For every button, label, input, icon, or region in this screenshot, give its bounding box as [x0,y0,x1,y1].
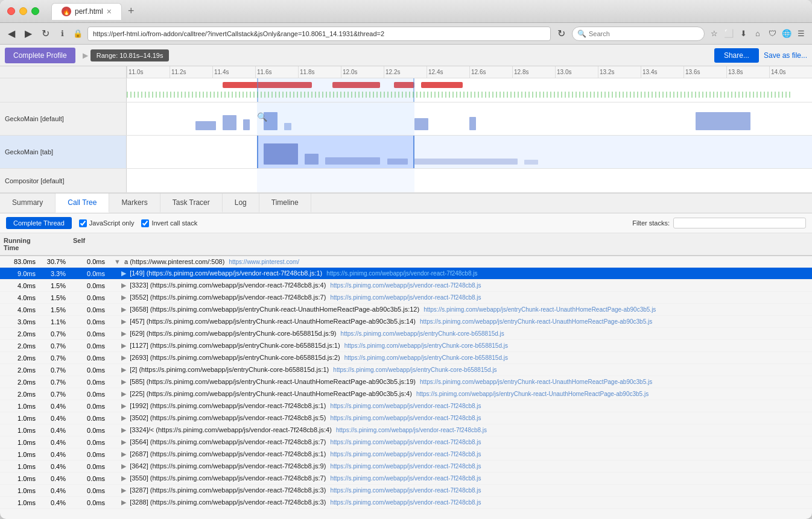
back-button[interactable]: ◀ [5,27,18,40]
cell-self: 0.0ms [69,438,109,447]
menu-icon[interactable]: ☰ [795,28,807,40]
activity-content[interactable] [127,78,812,102]
forward-button[interactable]: ▶ [22,27,35,40]
table-row[interactable]: 1.0ms 0.4% 0.0ms ▶ [3324]/< (https://s.p… [0,424,812,436]
invert-stack-label: Invert call stack [151,219,197,227]
gecko-main-tab-content[interactable] [127,136,812,168]
gecko-main-tab-track[interactable]: GeckoMain [tab] [0,136,812,169]
home-icon[interactable]: ⌂ [752,28,764,40]
selection-overlay [257,78,414,102]
cell-running-pct: 1.5% [39,294,69,302]
cell-self: 0.0ms [69,366,109,374]
browser-tab[interactable]: 🔥 perf.html × [51,3,122,20]
cell-running-ms: 2.0ms [0,354,39,362]
flame-2 [223,115,236,130]
maximize-button[interactable] [31,7,39,15]
js-only-checkbox-label[interactable]: JavaScript only [79,219,135,227]
cell-self: 0.0ms [69,318,109,326]
download-icon[interactable]: ⬇ [737,28,749,40]
range-badge[interactable]: Range: 10.81s–14.19s [90,49,170,61]
gecko-main-default-track[interactable]: GeckoMain [default] 🔍 [0,102,812,136]
cell-running-ms: 2.0ms [0,366,39,374]
compositor-track[interactable]: Compositor [default] [0,169,812,193]
cell-name: ▶ [225] (https://s.pinimg.com/webapp/js/… [109,389,812,398]
table-row[interactable]: 2.0ms 0.7% 0.0ms ▶ [629] (https://s.pini… [0,328,812,340]
share-button[interactable]: Share... [714,48,759,63]
table-row[interactable]: 3.0ms 1.1% 0.0ms ▶ [457] (https://s.pini… [0,316,812,328]
compositor-content[interactable] [127,169,812,192]
minimize-button[interactable] [19,7,27,15]
time-ruler: 11.0s 11.2s 11.4s 11.6s 11.8s 12.0s 12.2… [0,66,812,78]
tab-markers[interactable]: Markers [109,193,160,213]
table-row[interactable]: 1.0ms 0.4% 0.0ms ▶ [1992] (https://s.pin… [0,400,812,412]
tab-log[interactable]: Log [223,193,259,213]
shield-icon[interactable]: 🛡 [766,28,778,40]
cell-name: ▶ [3324]/< (https://s.pinimg.com/webapp/… [109,426,812,435]
account-icon[interactable]: ⬜ [723,28,735,40]
table-row[interactable]: 2.0ms 0.7% 0.0ms ▶ [2] (https://s.pinimg… [0,364,812,376]
table-row[interactable]: 2.0ms 0.7% 0.0ms ▶ [585] (https://s.pini… [0,376,812,388]
search-box[interactable]: 🔍 [572,27,705,41]
time-mark-5: 12.0s [341,66,384,78]
tab-flame-6 [524,160,538,165]
profiler-toolbar: Complete Profile ▶ Range: 10.81s–14.19s … [0,45,812,66]
invert-stack-checkbox-label[interactable]: Invert call stack [141,219,197,227]
search-input[interactable] [589,30,699,37]
table-row[interactable]: 1.0ms 0.4% 0.0ms ▶ [3502] (https://s.pin… [0,412,812,424]
bookmark-icon[interactable]: ☆ [708,28,720,40]
cell-name: ▶ [2693] (https://s.pinimg.com/webapp/js… [109,353,812,362]
table-row[interactable]: 4.0ms 1.5% 0.0ms ▶ [3323] (https://s.pin… [0,280,812,292]
new-tab-button[interactable]: + [124,5,138,17]
reload-button[interactable]: ↻ [39,27,52,40]
close-button[interactable] [7,7,15,15]
table-row[interactable]: 83.0ms 30.7% 0.0ms ▼ a (https://www.pint… [0,256,812,268]
table-row[interactable]: 2.0ms 0.7% 0.0ms ▶ [2693] (https://s.pin… [0,352,812,364]
tab-timeline[interactable]: Timeline [259,193,311,213]
gecko-main-tab-label: GeckoMain [tab] [0,136,127,168]
globe-icon[interactable]: 🌐 [781,28,793,40]
tab-call-tree[interactable]: Call Tree [56,193,109,213]
table-row[interactable]: 1.0ms 0.4% 0.0ms ▶ [2687] (https://s.pin… [0,448,812,461]
table-row[interactable]: 4.0ms 1.5% 0.0ms ▶ [3552] (https://s.pin… [0,292,812,304]
js-only-checkbox[interactable] [79,219,87,227]
table-row[interactable]: 2.0ms 0.7% 0.0ms ▶ [1127] (https://s.pin… [0,340,812,352]
table-row[interactable]: 1.0ms 0.4% 0.0ms ▶ [3287] (https://s.pin… [0,485,812,497]
table-row[interactable]: 1.0ms 0.4% 0.0ms ▶ [3550] (https://s.pin… [0,473,812,485]
activity-track[interactable] [0,78,812,102]
cell-self: 0.0ms [69,294,109,302]
cell-running-ms: 9.0ms [0,269,39,278]
cell-running-pct: 0.7% [39,342,69,350]
reload-btn-right[interactable]: ↻ [554,27,568,40]
table-row[interactable]: 2.0ms 0.7% 0.0ms ▶ [225] (https://s.pini… [0,388,812,400]
table-row[interactable]: 1.0ms 0.4% 0.0ms ▶ [3288] (https://s.pin… [0,497,812,509]
tab-close-icon[interactable]: × [107,7,112,16]
url-bar[interactable]: https://perf-html.io/from-addon/calltree… [87,27,551,41]
save-button[interactable]: Save as file... [764,51,807,60]
complete-profile-button[interactable]: Complete Profile [5,48,75,63]
cell-running-pct: 0.7% [39,330,69,338]
cell-running-pct: 3.3% [39,269,69,278]
filter-stacks-input[interactable] [673,218,806,228]
table-row[interactable]: 1.0ms 0.4% 0.0ms ▶ [3564] (https://s.pin… [0,436,812,448]
tab-task-tracer[interactable]: Task Tracer [160,193,223,213]
cell-self: 0.0ms [69,269,109,278]
gecko-main-default-content[interactable]: 🔍 [127,102,812,135]
tabs-row: Summary Call Tree Markers Task Tracer Lo… [0,193,812,213]
time-mark-13: 13.6s [684,66,726,78]
timeline-area: 11.0s 11.2s 11.4s 11.6s 11.8s 12.0s 12.2… [0,66,812,193]
tab-flame-4 [387,159,408,165]
cell-self: 0.0ms [69,426,109,435]
table-row[interactable]: 1.0ms 0.4% 0.0ms ▶ [3642] (https://s.pin… [0,461,812,473]
cell-running-ms: 2.0ms [0,330,39,338]
invert-stack-checkbox[interactable] [141,219,149,227]
header-self[interactable]: Self [69,236,109,253]
tab-summary[interactable]: Summary [0,193,56,213]
cell-self: 0.0ms [69,390,109,398]
cell-name: ▶ [3564] (https://s.pinimg.com/webapp/js… [109,438,812,447]
compositor-label: Compositor [default] [0,169,127,192]
complete-thread-button[interactable]: Complete Thread [6,217,72,229]
table-row[interactable]: 4.0ms 1.5% 0.0ms ▶ [3658] (https://s.pin… [0,304,812,316]
cell-self: 0.0ms [69,450,109,459]
header-running-time[interactable]: Running Time [0,236,39,253]
table-row[interactable]: 9.0ms 3.3% 0.0ms ▶ [149] (https://s.pini… [0,268,812,280]
